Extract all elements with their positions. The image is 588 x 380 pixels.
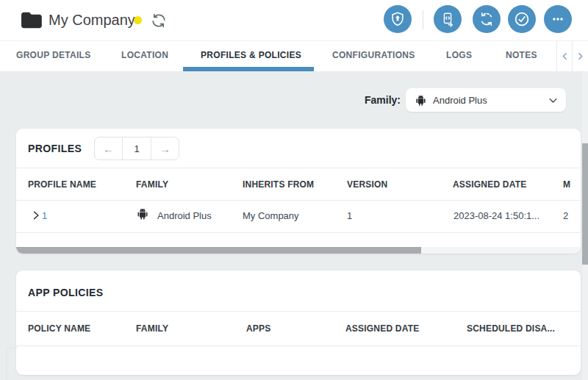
cell-modified-truncated: 2 (563, 210, 568, 221)
group-folder-icon (20, 11, 42, 29)
cell-assigned-date: 2023-08-24 1:50:1... (453, 210, 539, 221)
col-assigned-date: ASSIGNED DATE (453, 179, 526, 190)
app-policies-section-title: APP POLICIES (28, 287, 104, 298)
divider (16, 232, 581, 233)
horizontal-scrollbar[interactable] (16, 247, 581, 254)
col-family: FAMILY (136, 323, 168, 334)
pagination-prev-icon[interactable]: ← (95, 137, 122, 159)
col-family: FAMILY (136, 179, 168, 190)
profiles-pagination: ← 1 → (94, 137, 179, 160)
cell-version: 1 (347, 210, 352, 221)
cell-inherits-from: My Company (243, 210, 299, 221)
col-assigned-date: ASSIGNED DATE (345, 323, 419, 334)
page-title: My Company (49, 12, 135, 29)
header-bar: My Company (0, 0, 588, 41)
tab-scroll-right-icon[interactable] (573, 49, 587, 63)
status-dot (134, 16, 142, 24)
next-panel-corner (6, 347, 18, 380)
expand-row-icon[interactable] (31, 209, 43, 221)
col-policy-name: POLICY NAME (28, 323, 90, 334)
tab-notes[interactable]: NOTES (506, 50, 537, 60)
active-tab-underline (183, 67, 314, 71)
security-shield-button[interactable] (384, 5, 412, 33)
push-to-device-button[interactable] (434, 5, 462, 33)
cell-family: Android Plus (157, 210, 212, 221)
profiles-section-title: PROFILES (28, 143, 82, 154)
group-details-window: My Company (0, 0, 588, 380)
sync-button[interactable] (473, 5, 501, 33)
col-modified-truncated: M (563, 179, 570, 190)
horizontal-scrollbar-thumb[interactable] (16, 247, 421, 254)
vertical-scrollbar[interactable] (582, 71, 588, 380)
tab-location[interactable]: LOCATION (121, 50, 168, 60)
tab-profiles-policies[interactable]: PROFILES & POLICIES (201, 50, 301, 60)
tab-group-details[interactable]: GROUP DETAILS (16, 50, 90, 60)
chevron-down-icon (548, 95, 559, 106)
divider (16, 200, 581, 201)
profiles-card: PROFILES ← 1 → PROFILE NAME FAMILY INHER… (16, 129, 581, 254)
tab-bar: GROUP DETAILS LOCATION PROFILES & POLICI… (0, 41, 588, 71)
app-policies-card: APP POLICIES POLICY NAME FAMILY APPS ASS… (16, 270, 581, 375)
tab-logs[interactable]: LOGS (446, 50, 472, 60)
divider (16, 168, 581, 168)
divider (16, 311, 581, 312)
col-apps: APPS (246, 323, 270, 334)
col-profile-name: PROFILE NAME (28, 179, 96, 190)
tab-configurations[interactable]: CONFIGURATIONS (332, 50, 415, 60)
divider (16, 345, 581, 346)
family-dropdown-value: Android Plus (433, 95, 548, 106)
profile-name-link[interactable]: 1 (42, 210, 47, 221)
col-inherits-from: INHERITS FROM (243, 179, 314, 190)
android-icon (415, 95, 426, 106)
more-actions-button[interactable] (544, 5, 572, 33)
tab-scroll-left-icon[interactable] (557, 49, 572, 63)
pagination-current-page[interactable]: 1 (122, 137, 151, 159)
family-dropdown[interactable]: Android Plus (406, 88, 566, 112)
android-icon (137, 208, 148, 220)
check-in-button[interactable] (508, 5, 536, 33)
col-scheduled-disable-truncated: SCHEDULED DISA... (467, 323, 555, 334)
action-divider (423, 10, 423, 29)
vertical-scrollbar-thumb[interactable] (582, 143, 588, 265)
refresh-icon[interactable] (151, 12, 167, 29)
pagination-next-icon[interactable]: → (151, 137, 179, 159)
family-filter-label: Family: (345, 94, 401, 106)
col-version: VERSION (347, 179, 387, 190)
